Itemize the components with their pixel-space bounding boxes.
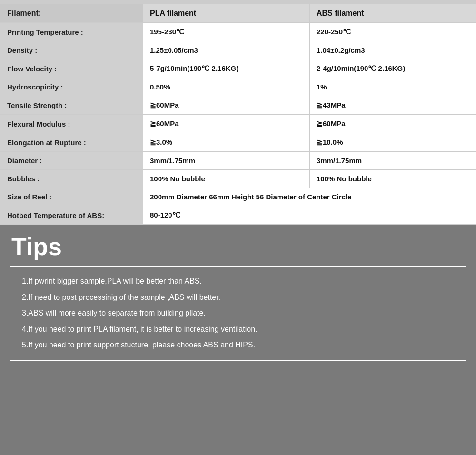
table-row: Size of Reel :200mm Diameter 66mm Height… [0, 188, 476, 206]
tips-item: 5.If you need to print support stucture,… [22, 339, 454, 351]
top-bar [0, 0, 476, 4]
row-abs-value: 3mm/1.75mm [310, 152, 476, 170]
table-row: Density :1.25±0.05/cm31.04±0.2g/cm3 [0, 41, 476, 59]
table-row: Printing Temperature :195-230℃220-250℃ [0, 23, 476, 41]
row-pla-value: 0.50% [143, 78, 310, 96]
row-pla-value: 5-7g/10min(190℃ 2.16KG) [143, 59, 310, 78]
row-abs-value: ≧10.0% [310, 133, 476, 152]
header-pla-cell: PLA filament [143, 4, 310, 23]
table-row: Hotbed Temperature of ABS:80-120℃ [0, 206, 476, 225]
specs-table-container: Filament: PLA filament ABS filament Prin… [0, 4, 476, 225]
row-abs-value: 1.04±0.2g/cm3 [310, 41, 476, 59]
tips-item: 2.If need to post processinig of the sam… [22, 291, 454, 304]
row-label: Diameter : [0, 152, 143, 170]
row-label: Flexural Modulus : [0, 115, 143, 133]
row-value-full: 80-120℃ [143, 206, 476, 225]
row-pla-value: ≧60MPa [143, 96, 310, 115]
row-abs-value: 220-250℃ [310, 23, 476, 41]
table-row: Flexural Modulus :≧60MPa≧60MPa [0, 115, 476, 133]
row-abs-value: ≧43MPa [310, 96, 476, 115]
row-pla-value: 3mm/1.75mm [143, 152, 310, 170]
row-abs-value: 1% [310, 78, 476, 96]
row-value-full: 200mm Diameter 66mm Height 56 Diameter o… [143, 188, 476, 206]
row-pla-value: ≧60MPa [143, 115, 310, 133]
row-pla-value: ≧3.0% [143, 133, 310, 152]
specs-table: Filament: PLA filament ABS filament Prin… [0, 4, 476, 225]
tips-section: Tips 1.If pwrint bigger sample,PLA will … [0, 225, 476, 370]
tips-item: 1.If pwrint bigger sample,PLA will be be… [22, 275, 454, 287]
row-label: Density : [0, 41, 143, 59]
tips-item: 3.ABS will more easily to separate from … [22, 307, 454, 319]
row-label: Size of Reel : [0, 188, 143, 206]
table-row: Diameter :3mm/1.75mm3mm/1.75mm [0, 152, 476, 170]
tips-title: Tips [10, 232, 466, 261]
table-row: Flow Velocity :5-7g/10min(190℃ 2.16KG)2-… [0, 59, 476, 78]
tips-item: 4.If you need to print PLA filament, it … [22, 323, 454, 336]
row-label: Printing Temperature : [0, 23, 143, 41]
table-row: Elongation at Rupture :≧3.0%≧10.0% [0, 133, 476, 152]
tips-box: 1.If pwrint bigger sample,PLA will be be… [10, 266, 466, 361]
table-row: Hydroscopicity :0.50%1% [0, 78, 476, 96]
row-pla-value: 1.25±0.05/cm3 [143, 41, 310, 59]
table-row: Bubbles :100% No bubble100% No bubble [0, 170, 476, 188]
row-label: Hydroscopicity : [0, 78, 143, 96]
row-pla-value: 100% No bubble [143, 170, 310, 188]
row-label: Elongation at Rupture : [0, 133, 143, 152]
row-label: Bubbles : [0, 170, 143, 188]
header-label-cell: Filament: [0, 4, 143, 23]
row-abs-value: 100% No bubble [310, 170, 476, 188]
row-abs-value: 2-4g/10min(190℃ 2.16KG) [310, 59, 476, 78]
row-label: Hotbed Temperature of ABS: [0, 206, 143, 225]
row-label: Flow Velocity : [0, 59, 143, 78]
row-label: Tensile Strength : [0, 96, 143, 115]
row-pla-value: 195-230℃ [143, 23, 310, 41]
table-header-row: Filament: PLA filament ABS filament [0, 4, 476, 23]
table-row: Tensile Strength :≧60MPa≧43MPa [0, 96, 476, 115]
header-abs-cell: ABS filament [310, 4, 476, 23]
row-abs-value: ≧60MPa [310, 115, 476, 133]
